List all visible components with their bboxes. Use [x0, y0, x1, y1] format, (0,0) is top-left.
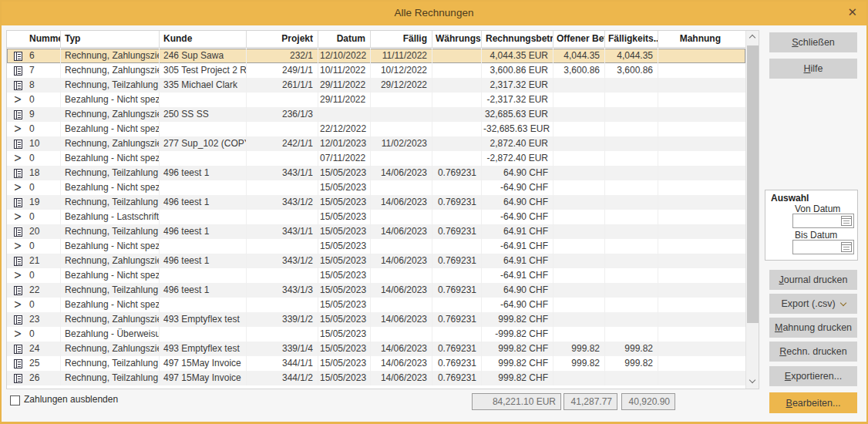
cell-kurs: 0.769231 — [432, 166, 482, 180]
cell-offen: 999.82 — [553, 356, 605, 371]
table-row[interactable]: >0Bezahlung - Lastschrift15/05/2023-64.9… — [7, 210, 745, 224]
table-row[interactable]: 9Rechnung, Zahlungsziel250 SS SS236/1/33… — [7, 107, 745, 122]
cell-nummer: 23 — [25, 312, 61, 327]
scrollbar-thumb[interactable] — [747, 45, 759, 323]
cell-typ: Bezahlung - Nicht spezifizi — [61, 151, 160, 166]
invoice-icon — [14, 140, 22, 149]
cell-nummer: 0 — [25, 239, 61, 254]
cell-kurs: 0.769231 — [432, 312, 482, 327]
calendar-icon[interactable] — [841, 216, 852, 226]
table-row[interactable]: 21Rechnung, Zahlungsziel496 teest 1343/1… — [7, 254, 745, 268]
cell-typ: Rechnung, Teilzahlung mit — [61, 283, 160, 298]
cell-betrag: 32,685.63 EUR — [482, 107, 553, 122]
column-header-projekt[interactable]: Projekt — [247, 31, 318, 47]
column-header-datum[interactable]: Datum — [318, 31, 371, 47]
invoice-icon — [14, 286, 22, 295]
column-header-faellig[interactable]: Fällig — [371, 31, 432, 47]
table-row[interactable]: >0Bezahlung - Nicht spezifizi07/11/2022-… — [7, 151, 745, 166]
column-header-faelligkeits[interactable]: Fälligkeits... — [605, 31, 658, 47]
cell-betrag: 64.91 CHF — [482, 254, 553, 268]
cell-projekt: 339/1/2 — [247, 312, 318, 327]
cell-projekt: 343/1/3 — [247, 283, 318, 298]
cell-icon — [7, 371, 25, 385]
hide-payments-checkbox[interactable] — [10, 395, 20, 405]
table-row[interactable]: 20Rechnung, Teilzahlung mit496 teest 134… — [7, 224, 745, 239]
from-date-input[interactable] — [792, 214, 854, 228]
calendar-icon[interactable] — [841, 242, 852, 252]
table-row[interactable]: 22Rechnung, Teilzahlung mit496 teest 134… — [7, 283, 745, 298]
cell-offen — [553, 298, 605, 312]
cell-projekt: 343/1/1 — [247, 224, 318, 239]
cell-datum: 15/05/2023 — [318, 180, 371, 195]
scroll-up-icon[interactable] — [746, 31, 759, 44]
cell-kurs — [432, 63, 482, 78]
cell-kurs — [432, 210, 482, 224]
cell-faelligkeit — [605, 180, 658, 195]
cell-nummer: 26 — [25, 371, 61, 385]
cell-kunde: 493 Emptyflex test — [160, 312, 247, 327]
cell-betrag: -64.91 CHF — [482, 268, 553, 283]
total-open-amount: 41,287.77 — [564, 393, 617, 410]
cell-kunde: 246 Sup Sawa — [160, 49, 247, 63]
cell-faellig — [371, 93, 432, 107]
scroll-down-icon[interactable] — [746, 375, 759, 389]
column-header-typ[interactable]: Typ — [61, 31, 160, 47]
help-button[interactable]: Hilfe — [769, 59, 857, 79]
column-header-waehrung[interactable]: Währungs... — [432, 31, 482, 47]
cell-typ: Bezahlung - Lastschrift — [61, 210, 160, 224]
export-button[interactable]: Exportieren... — [769, 366, 857, 386]
table-row[interactable]: 26Rechnung, Teilzahlung mit497 15May Inv… — [7, 371, 745, 385]
cell-nummer: 0 — [25, 298, 61, 312]
cell-typ: Rechnung, Zahlungsziel — [61, 342, 160, 356]
table-row[interactable]: 24Rechnung, Zahlungsziel493 Emptyflex te… — [7, 342, 745, 356]
table-row[interactable]: >0Bezahlung - Nicht spezifizi15/05/2023-… — [7, 239, 745, 254]
table-row[interactable]: 8Rechnung, Teilzahlung mit335 Michael Cl… — [7, 78, 745, 93]
column-header-rechnungsbetrag[interactable]: Rechnungsbetrag — [482, 31, 553, 47]
table-row[interactable]: 25Rechnung, Teilzahlung mit497 15May Inv… — [7, 356, 745, 371]
table-row[interactable]: >0Bezahlung - Nicht spezifizi15/05/2023-… — [7, 298, 745, 312]
column-header-kunde[interactable]: Kunde — [160, 31, 247, 47]
cell-kurs — [432, 180, 482, 195]
table-row[interactable]: 18Rechnung, Teilzahlung mit496 teest 134… — [7, 166, 745, 180]
table-row[interactable]: >0Bezahlung - Nicht spezifizi15/05/2023-… — [7, 180, 745, 195]
table-row[interactable]: >0Bezahlung - Nicht spezifizi15/05/2023-… — [7, 268, 745, 283]
cell-nummer: 0 — [25, 327, 61, 342]
cell-betrag: 999.82 CHF — [482, 312, 553, 327]
cell-icon — [7, 63, 25, 78]
cell-mahnung — [658, 312, 745, 327]
table-row[interactable]: >0Bezahlung - Nicht spezifizi29/11/2022-… — [7, 93, 745, 107]
cell-faellig — [371, 122, 432, 136]
edit-button[interactable]: Bearbeiten... — [769, 392, 857, 413]
selection-groupbox: Auswahl Von Datum Bis Datum — [765, 190, 858, 261]
table-row[interactable]: 19Rechnung, Teilzahlung mit496 teest 134… — [7, 195, 745, 210]
close-icon[interactable]: ✕ — [847, 5, 857, 19]
cell-kunde — [160, 298, 247, 312]
table-row[interactable]: >0Bezahlung - Überweisung15/05/2023-999.… — [7, 327, 745, 342]
cell-mahnung — [658, 356, 745, 371]
cell-kurs — [432, 78, 482, 93]
cell-faellig — [371, 210, 432, 224]
payment-chevron-icon: > — [14, 298, 22, 312]
cell-faellig: 14/06/2023 — [371, 283, 432, 298]
print-journal-button[interactable]: Journal drucken — [769, 270, 857, 290]
table-row[interactable]: 23Rechnung, Zahlungsziel493 Emptyflex te… — [7, 312, 745, 327]
table-row[interactable]: 6Rechnung, Zahlungsziel246 Sup Sawa232/1… — [7, 49, 745, 63]
cell-icon: > — [7, 210, 25, 224]
close-button[interactable]: Schließen — [769, 32, 857, 52]
vertical-scrollbar[interactable] — [745, 31, 759, 389]
cell-kurs: 0.769231 — [432, 254, 482, 268]
cell-mahnung — [658, 93, 745, 107]
cell-mahnung — [658, 195, 745, 210]
print-invoice-button[interactable]: Rechn. drucken — [769, 342, 857, 362]
print-reminder-button[interactable]: Mahnung drucken — [769, 318, 857, 338]
to-date-input[interactable] — [792, 240, 854, 254]
column-header-mahnung[interactable]: Mahnung — [658, 31, 745, 47]
cell-offen — [553, 136, 605, 151]
table-row[interactable]: 10Rechnung, Zahlungsziel277 Sup_102 (COP… — [7, 136, 745, 151]
export-csv-button[interactable]: Export (.csv) — [769, 294, 857, 314]
table-row[interactable]: 7Rechnung, Zahlungsziel305 Test Project … — [7, 63, 745, 78]
column-header-offener-betrag[interactable]: Offener Bet... — [553, 31, 605, 47]
column-header-nummer[interactable]: Nummer — [25, 31, 61, 47]
cell-typ: Rechnung, Teilzahlung mit — [61, 195, 160, 210]
table-row[interactable]: >0Bezahlung - Nicht spezifizi22/12/2022-… — [7, 122, 745, 136]
